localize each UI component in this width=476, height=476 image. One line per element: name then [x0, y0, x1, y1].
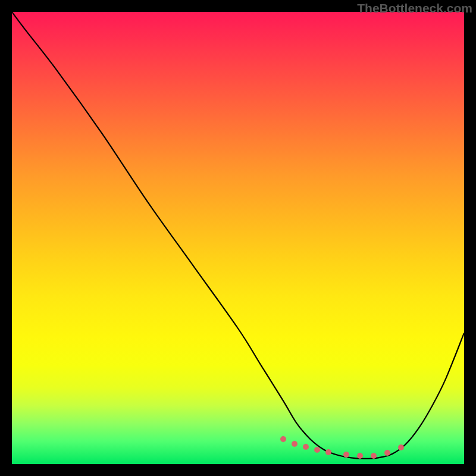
marker-dot	[280, 436, 286, 442]
marker-dot	[398, 444, 404, 450]
marker-dot	[343, 452, 349, 458]
marker-dot	[325, 449, 331, 455]
marker-dot	[371, 453, 377, 459]
marker-dots	[12, 12, 464, 464]
marker-dot	[314, 447, 320, 453]
marker-dot	[303, 444, 309, 450]
marker-dot	[384, 450, 390, 456]
watermark-text: TheBottleneck.com	[357, 1, 472, 15]
chart-frame: TheBottleneck.com	[0, 0, 476, 476]
marker-dot	[292, 441, 298, 447]
marker-dot	[357, 453, 363, 459]
